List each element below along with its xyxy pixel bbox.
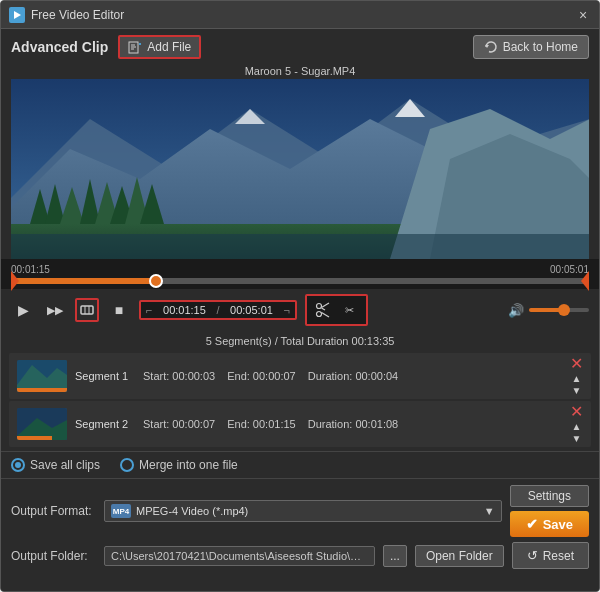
volume-slider[interactable] [529,308,589,312]
svg-rect-22 [11,234,589,259]
segment-1-meta: Start: 00:00:03 End: 00:00:07 Duration: … [143,370,562,382]
folder-label: Output Folder: [11,549,96,563]
reset-icon: ↺ [527,548,538,563]
trim-handle-left[interactable] [11,271,19,291]
title-bar-left: Free Video Editor [9,7,124,23]
loop-icon [79,302,95,318]
scrubber-fill [11,278,156,284]
title-bar: Free Video Editor × [1,1,599,29]
save-all-clips-option[interactable]: Save all clips [11,458,100,472]
main-window: Free Video Editor × Advanced Clip Add Fi [0,0,600,592]
segment-2-down-button[interactable]: ▼ [572,434,582,444]
merge-radio[interactable] [120,458,134,472]
svg-line-31 [321,313,329,318]
end-time-input[interactable] [223,304,281,316]
video-filename: Maroon 5 - Sugar.MP4 [11,65,589,77]
save-label: Save [543,517,573,532]
segment-1-down-button[interactable]: ▼ [572,386,582,396]
save-all-label: Save all clips [30,458,100,472]
segment-2-duration: Duration: 00:01:08 [308,418,399,430]
add-file-icon [128,40,142,54]
segment-2-label: Segment 2 [75,418,135,430]
time-inputs: ⌐ / ¬ [139,300,297,320]
back-to-home-button[interactable]: Back to Home [473,35,589,59]
segment-1-end: End: 00:00:07 [227,370,296,382]
format-value: MPEG-4 Video (*.mp4) [136,505,248,517]
svg-point-29 [316,312,321,317]
timeline-timestamps: 00:01:15 00:05:01 [11,264,589,275]
save-checkmark-icon: ✔ [526,516,538,532]
segment-1-start: Start: 00:00:03 [143,370,215,382]
folder-path: C:\Users\20170421\Documents\Aiseesoft St… [104,546,375,566]
format-icon: MP4 [111,504,131,518]
refresh-icon [484,40,498,54]
scrubber-track[interactable] [11,278,589,284]
segment-thumb-bar-1 [17,388,67,392]
segment-1-up-button[interactable]: ▲ [572,374,582,384]
segment-2-meta: Start: 00:00:07 End: 00:01:15 Duration: … [143,418,562,430]
save-button[interactable]: ✔ Save [510,511,589,537]
page-title: Advanced Clip [11,39,108,55]
segment-2-thumbnail [17,408,67,440]
segment-2-up-button[interactable]: ▲ [572,422,582,432]
segment-2-start: Start: 00:00:07 [143,418,215,430]
trim-handle-right[interactable] [581,271,589,291]
browse-folder-button[interactable]: ... [383,545,407,567]
format-label: Output Format: [11,504,96,518]
segment-2-actions: ✕ ▲ ▼ [570,404,583,444]
save-all-radio[interactable] [11,458,25,472]
segment-1-duration: Duration: 00:00:04 [308,370,399,382]
window-title: Free Video Editor [31,8,124,22]
segment-row: Segment 2 Start: 00:00:07 End: 00:01:15 … [9,401,591,447]
scissors-button[interactable]: ✂ [338,298,362,322]
video-thumbnail [11,79,589,259]
time-separator: / [216,304,219,316]
settings-button[interactable]: Settings [510,485,589,507]
video-frame [11,79,589,259]
segment-info: 5 Segment(s) / Total Duration 00:13:35 [1,331,599,349]
cut-buttons: ✂ [305,294,368,326]
segment-2-delete-button[interactable]: ✕ [570,404,583,420]
segment-1-label: Segment 1 [75,370,135,382]
svg-rect-25 [81,306,93,314]
controls-bar: ▶ ▶▶ ■ ⌐ / ¬ [1,289,599,331]
cut-icon [315,302,331,318]
svg-line-30 [321,303,329,308]
volume-area: 🔊 [508,303,589,318]
segment-info-text: 5 Segment(s) / Total Duration 00:13:35 [206,335,395,347]
content-area: Advanced Clip Add File [1,29,599,591]
add-file-label: Add File [147,40,191,54]
close-button[interactable]: × [575,7,591,23]
segment-1-delete-button[interactable]: ✕ [570,356,583,372]
stop-button[interactable]: ■ [107,298,131,322]
reset-button[interactable]: ↺ Reset [512,542,589,569]
back-to-home-label: Back to Home [503,40,578,54]
fast-forward-button[interactable]: ▶▶ [43,298,67,322]
top-bar: Advanced Clip Add File [1,29,599,65]
svg-marker-0 [14,11,21,19]
video-area: Maroon 5 - Sugar.MP4 [11,65,589,259]
start-time-input[interactable] [155,304,213,316]
cut-button[interactable] [311,298,335,322]
scrubber-handle[interactable] [149,274,163,288]
segment-row: Segment 1 Start: 00:00:03 End: 00:00:07 … [9,353,591,399]
output-format-row: Output Format: MP4 MPEG-4 Video (*.mp4) … [11,485,589,537]
right-buttons: Settings ✔ Save [510,485,589,537]
open-folder-button[interactable]: Open Folder [415,545,504,567]
loop-button[interactable] [75,298,99,322]
segments-list: Segment 1 Start: 00:00:03 End: 00:00:07 … [1,349,599,451]
output-folder-row: Output Folder: C:\Users\20170421\Documen… [11,542,589,569]
save-options: Save all clips Merge into one file [1,451,599,478]
svg-line-32 [321,308,325,310]
play-button[interactable]: ▶ [11,298,35,322]
format-select[interactable]: MP4 MPEG-4 Video (*.mp4) ▼ [104,500,502,522]
app-icon [9,7,25,23]
svg-point-28 [316,304,321,309]
reset-label: Reset [543,549,574,563]
add-file-button[interactable]: Add File [118,35,201,59]
segment-2-end: End: 00:01:15 [227,418,296,430]
segment-thumb-bar-2 [17,436,52,440]
volume-icon: 🔊 [508,303,524,318]
merge-label: Merge into one file [139,458,238,472]
merge-one-file-option[interactable]: Merge into one file [120,458,238,472]
